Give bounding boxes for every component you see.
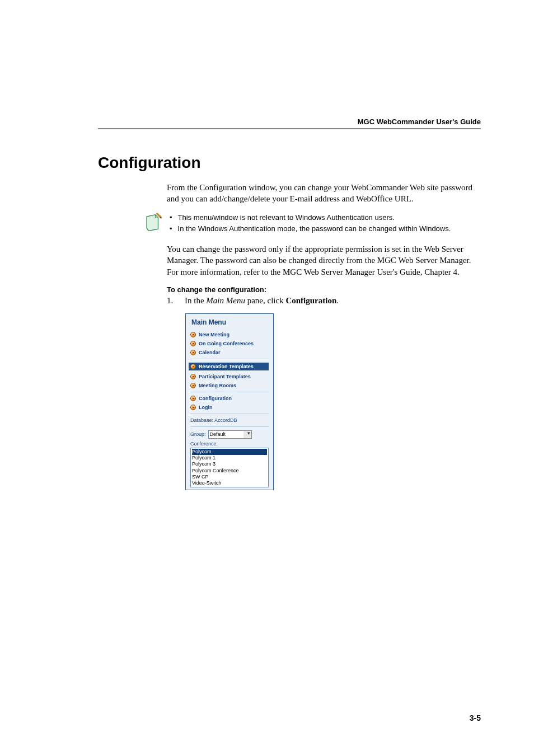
divider — [190, 392, 269, 392]
bullet-icon — [190, 396, 196, 401]
note-item: • In the Windows Authentication mode, th… — [170, 224, 481, 234]
menu-item-configuration[interactable]: Configuration — [190, 396, 269, 401]
bullet-icon — [190, 341, 196, 346]
note-item: • This menu/window is not relevant to Wi… — [170, 213, 481, 223]
menu-item-label: Meeting Rooms — [199, 383, 236, 388]
database-value: AccordDB — [214, 417, 237, 423]
body-paragraph: You can change the password only if the … — [167, 243, 481, 278]
note-text: This menu/window is not relevant to Wind… — [178, 213, 395, 223]
menu-item-label: On Going Conferences — [199, 341, 254, 346]
divider — [190, 359, 269, 359]
conference-label: Conference: — [190, 441, 269, 447]
menu-title: Main Menu — [190, 318, 269, 326]
divider — [190, 426, 269, 427]
menu-item-login[interactable]: Login — [190, 405, 269, 410]
menu-item-label: New Meeting — [199, 332, 229, 337]
header-text: MGC WebCommander User's Guide — [358, 118, 481, 126]
list-item[interactable]: Polycom 1 — [192, 455, 267, 461]
menu-item-label: Configuration — [199, 396, 232, 401]
menu-item-ongoing-conferences[interactable]: On Going Conferences — [190, 341, 269, 346]
list-item[interactable]: Video-Switch — [192, 480, 267, 486]
group-select-wrap — [208, 430, 252, 439]
divider — [190, 414, 269, 414]
menu-item-label: Calendar — [199, 350, 221, 355]
list-item[interactable]: Polycom — [192, 449, 267, 455]
step-text: In the Main Menu pane, click Configurati… — [185, 296, 339, 306]
section-title: Configuration — [98, 154, 481, 172]
bullet-icon: • — [170, 213, 172, 223]
bullet-icon — [190, 405, 196, 410]
menu-item-participant-templates[interactable]: Participant Templates — [190, 374, 269, 379]
bullet-icon — [190, 350, 196, 355]
page-number: 3-5 — [470, 713, 481, 722]
procedure-heading: To change the configuration: — [167, 285, 481, 294]
note-icon — [144, 213, 163, 234]
menu-item-label: Participant Templates — [199, 374, 251, 379]
step-item: 1. In the Main Menu pane, click Configur… — [167, 296, 481, 306]
database-label: Database: — [190, 417, 213, 423]
menu-item-label: Login — [199, 405, 213, 410]
document-page: MGC WebCommander User's Guide Configurat… — [0, 0, 534, 756]
database-row: Database: AccordDB — [190, 417, 269, 423]
list-item[interactable]: SW CP — [192, 474, 267, 480]
page-header: MGC WebCommander User's Guide — [98, 118, 481, 129]
group-row: Group: — [190, 430, 269, 439]
list-item[interactable]: Polycom Conference — [192, 468, 267, 474]
bullet-icon — [190, 383, 196, 388]
bullet-icon — [190, 364, 196, 369]
intro-paragraph: From the Configuration window, you can c… — [167, 182, 481, 205]
bullet-icon — [190, 374, 196, 379]
bullet-icon — [190, 332, 196, 337]
main-menu-screenshot: Main Menu New Meeting On Going Conferenc… — [185, 313, 274, 491]
list-item[interactable]: Polycom 3 — [192, 461, 267, 467]
menu-item-label: Reservation Templates — [199, 364, 254, 369]
conference-list[interactable]: Polycom Polycom 1 Polycom 3 Polycom Conf… — [190, 448, 269, 488]
menu-item-reservation-templates[interactable]: Reservation Templates — [189, 363, 269, 370]
bullet-icon: • — [170, 224, 172, 234]
menu-item-new-meeting[interactable]: New Meeting — [190, 332, 269, 337]
step-number: 1. — [167, 296, 177, 306]
note-block: • This menu/window is not relevant to Wi… — [144, 213, 481, 236]
note-text: In the Windows Authentication mode, the … — [178, 224, 451, 234]
page-content: Configuration From the Configuration win… — [98, 154, 481, 490]
menu-item-meeting-rooms[interactable]: Meeting Rooms — [190, 383, 269, 388]
group-select[interactable] — [208, 430, 252, 439]
group-label: Group: — [190, 431, 206, 437]
menu-item-calendar[interactable]: Calendar — [190, 350, 269, 355]
note-list: • This menu/window is not relevant to Wi… — [170, 213, 481, 236]
